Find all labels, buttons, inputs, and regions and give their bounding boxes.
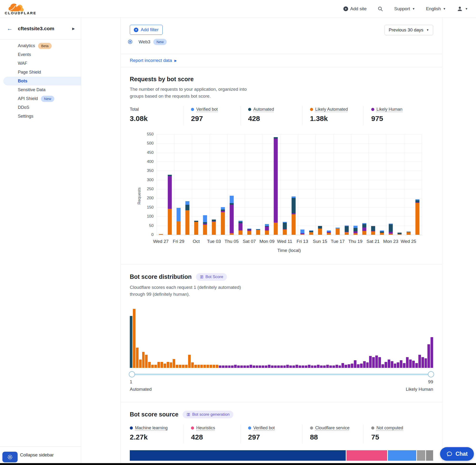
score-bar-84[interactable] <box>385 362 387 368</box>
cloudflare-logo[interactable]: CLOUDFLARE <box>5 2 36 15</box>
score-bar-17[interactable] <box>179 365 181 368</box>
score-bar-54[interactable] <box>292 365 295 368</box>
score-bar-66[interactable] <box>329 365 332 368</box>
search-button[interactable] <box>377 6 383 12</box>
score-bar-10[interactable] <box>157 362 160 368</box>
support-menu[interactable]: Support ▼ <box>394 6 415 11</box>
score-bar-55[interactable] <box>296 365 298 368</box>
score-bar-59[interactable] <box>308 365 310 368</box>
score-bar-57[interactable] <box>302 365 304 368</box>
score-bar-16[interactable] <box>176 365 178 368</box>
language-menu[interactable]: English ▼ <box>426 6 446 11</box>
score-bar-41[interactable] <box>253 365 255 368</box>
add-filter-button[interactable]: + Add filter <box>130 25 163 35</box>
score-bar-2[interactable] <box>133 309 136 368</box>
bar-sun-08[interactable] <box>254 135 263 235</box>
score-bar-45[interactable] <box>265 365 267 368</box>
score-bar-67[interactable] <box>332 365 335 368</box>
score-bar-24[interactable] <box>200 365 203 368</box>
score-bar-86[interactable] <box>391 361 393 368</box>
slider-track[interactable] <box>130 374 433 375</box>
score-bar-39[interactable] <box>246 365 249 368</box>
source-segment-cloudflare-service[interactable] <box>417 450 425 461</box>
score-bar-5[interactable] <box>142 352 145 368</box>
score-bar-12[interactable] <box>164 364 166 368</box>
site-switcher-chevron-icon[interactable]: ▶ <box>72 27 75 31</box>
score-bar-79[interactable] <box>369 356 372 368</box>
preferences-gear-button[interactable] <box>2 452 18 462</box>
score-bar-70[interactable] <box>341 363 344 368</box>
bar-fri-06[interactable] <box>236 135 245 235</box>
sidebar-item-page-shield[interactable]: Page Shield <box>0 68 81 77</box>
score-bar-35[interactable] <box>234 365 237 368</box>
sidebar-item-web3[interactable]: Web3New <box>120 35 443 49</box>
bar-mon-23[interactable] <box>386 135 395 235</box>
score-bar-37[interactable] <box>240 365 243 368</box>
bar-sat-21[interactable] <box>369 135 377 235</box>
bar-wed-27[interactable] <box>157 135 165 235</box>
source-segment-verified-bot[interactable] <box>388 450 416 461</box>
bar-wed-25[interactable] <box>404 135 413 235</box>
bar-wed-11[interactable] <box>280 135 289 235</box>
score-bar-56[interactable] <box>299 365 301 368</box>
score-bar-65[interactable] <box>326 365 329 368</box>
score-bar-27[interactable] <box>210 365 212 368</box>
score-bar-40[interactable] <box>250 365 252 368</box>
score-bar-91[interactable] <box>406 357 409 368</box>
bar-sat-30[interactable] <box>183 135 192 235</box>
bot-score-badge[interactable]: Bot Score <box>196 273 227 281</box>
score-bar-48[interactable] <box>274 365 277 368</box>
score-bar-72[interactable] <box>348 364 350 368</box>
sidebar-item-analytics[interactable]: AnalyticsBeta <box>0 42 81 50</box>
collapse-sidebar-button[interactable]: Collapse sidebar <box>20 452 54 458</box>
back-arrow-icon[interactable]: ← <box>7 25 13 32</box>
score-bar-47[interactable] <box>271 365 274 368</box>
score-bar-94[interactable] <box>415 363 418 368</box>
bar-tue-03[interactable] <box>210 135 218 235</box>
bar-thu-05[interactable] <box>227 135 236 235</box>
score-bar-18[interactable] <box>182 365 185 368</box>
score-bar-71[interactable] <box>345 365 347 368</box>
bar-mon-09[interactable] <box>263 135 271 235</box>
score-bar-97[interactable] <box>424 358 427 368</box>
score-bar-77[interactable] <box>363 361 366 368</box>
score-bar-43[interactable] <box>259 365 261 368</box>
sidebar-item-settings[interactable]: Settings <box>0 112 81 121</box>
score-bar-6[interactable] <box>145 355 148 368</box>
score-bar-50[interactable] <box>280 365 283 368</box>
time-range-dropdown[interactable]: Previous 30 days ▼ <box>385 25 433 35</box>
site-name[interactable]: cftestsite3.com <box>18 26 54 32</box>
score-bar-74[interactable] <box>354 360 357 368</box>
score-bar-53[interactable] <box>289 365 292 368</box>
score-bar-64[interactable] <box>323 365 326 368</box>
score-bar-7[interactable] <box>148 362 151 368</box>
score-bar-69[interactable] <box>338 365 341 368</box>
source-segment-machine-learning[interactable] <box>130 450 346 461</box>
source-segment-not-computed[interactable] <box>426 450 433 461</box>
bar-tue-10[interactable] <box>271 135 280 235</box>
score-bar-49[interactable] <box>277 365 280 368</box>
score-bar-21[interactable] <box>191 362 194 368</box>
bar-sun-15[interactable] <box>316 135 325 235</box>
score-bar-80[interactable] <box>372 357 375 368</box>
account-menu[interactable]: ▼ <box>457 6 468 12</box>
score-bar-95[interactable] <box>418 355 421 368</box>
score-bar-26[interactable] <box>206 365 209 368</box>
score-bar-99[interactable] <box>431 337 433 368</box>
score-bar-73[interactable] <box>351 364 353 368</box>
score-bar-83[interactable] <box>381 364 384 368</box>
score-bar-92[interactable] <box>409 359 412 368</box>
score-bar-88[interactable] <box>397 362 399 368</box>
score-bar-3[interactable] <box>136 348 138 368</box>
score-bar-98[interactable] <box>427 344 430 368</box>
score-bar-25[interactable] <box>203 365 206 368</box>
score-bar-22[interactable] <box>194 365 197 368</box>
score-bar-76[interactable] <box>360 364 363 368</box>
score-bar-60[interactable] <box>311 365 314 368</box>
score-bar-52[interactable] <box>286 365 289 368</box>
bar-thu-19[interactable] <box>351 135 360 235</box>
sidebar-item-ddos[interactable]: DDoS <box>0 103 81 112</box>
bar-wed-18[interactable] <box>342 135 351 235</box>
source-segment-heuristics[interactable] <box>347 450 387 461</box>
bar-wed-04[interactable] <box>218 135 227 235</box>
